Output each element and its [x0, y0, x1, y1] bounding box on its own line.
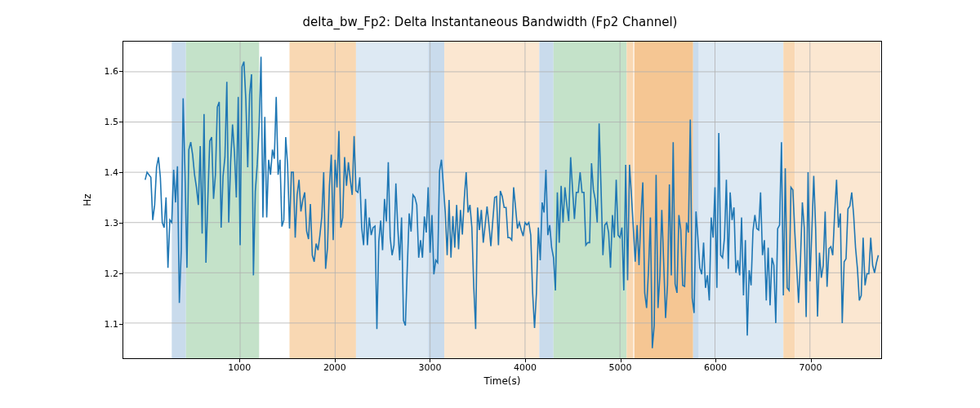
highlight-band [356, 42, 428, 358]
y-axis-label: Hz [82, 41, 93, 359]
figure: delta_bw_Fp2: Delta Instantaneous Bandwi… [0, 0, 980, 408]
chart-title: delta_bw_Fp2: Delta Instantaneous Bandwi… [0, 15, 980, 29]
x-tick-label: 6000 [704, 362, 727, 373]
x-tick-label: 4000 [514, 362, 537, 373]
y-tick-label: 1.4 [105, 166, 119, 177]
highlight-band [428, 42, 444, 358]
plot-svg [123, 42, 881, 358]
y-tick-label: 1.5 [105, 117, 119, 127]
x-tick-label: 3000 [418, 362, 441, 373]
x-tick-label: 2000 [323, 362, 346, 373]
y-tick-label: 1.6 [105, 66, 119, 77]
y-tick-label: 1.1 [105, 318, 119, 329]
x-tick-label: 1000 [228, 362, 251, 373]
plot-axes [122, 41, 882, 359]
y-tick-label: 1.3 [105, 217, 119, 228]
x-tick-label: 5000 [609, 362, 632, 373]
highlight-band [699, 42, 783, 358]
highlight-band [172, 42, 185, 358]
x-tick-label: 7000 [800, 362, 822, 373]
x-axis-label: Time(s) [122, 375, 882, 387]
y-tick-label: 1.2 [105, 268, 119, 278]
